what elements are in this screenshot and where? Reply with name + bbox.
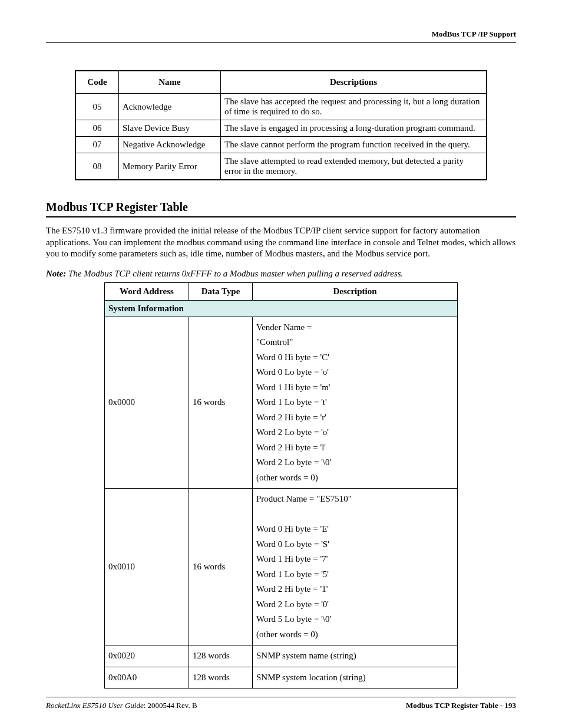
- code-cell: 06: [75, 120, 119, 137]
- col-addr: Word Address: [105, 282, 189, 300]
- desc-cell: The slave cannot perform the program fun…: [221, 137, 487, 153]
- code-cell: 08: [75, 153, 119, 180]
- intro-paragraph: The ES7510 v1.3 firmware provided the in…: [46, 225, 516, 260]
- name-cell: Memory Parity Error: [119, 153, 221, 180]
- desc-lines: Product Name = "ES7510" Word 0 Hi byte =…: [256, 492, 454, 642]
- desc-cell: Product Name = "ES7510" Word 0 Hi byte =…: [253, 489, 458, 645]
- section-label: System Information: [105, 300, 458, 317]
- footer-product: RocketLinx ES7510 User Guide: [46, 701, 144, 710]
- error-code-table: Code Name Descriptions 05 Acknowledge Th…: [75, 70, 487, 180]
- footer-left: RocketLinx ES7510 User Guide: 2000544 Re…: [46, 701, 197, 710]
- type-cell: 128 words: [189, 645, 253, 667]
- desc-lines: Vender Name ="Comtrol"Word 0 Hi byte = '…: [256, 320, 454, 486]
- name-cell: Acknowledge: [119, 94, 221, 120]
- table-row: 0x0000 16 words Vender Name ="Comtrol"Wo…: [105, 317, 458, 489]
- table-row: 08 Memory Parity Error The slave attempt…: [75, 153, 487, 180]
- desc-cell: SNMP system location (string): [253, 667, 458, 689]
- table-row: 0x0020 128 words SNMP system name (strin…: [105, 645, 458, 667]
- section-row: System Information: [105, 300, 458, 317]
- desc-cell: The slave has accepted the request and p…: [221, 94, 487, 120]
- col-desc: Descriptions: [221, 71, 487, 94]
- addr-cell: 0x00A0: [105, 667, 189, 689]
- name-cell: Slave Device Busy: [119, 120, 221, 137]
- desc-cell: SNMP system name (string): [253, 645, 458, 667]
- col-code: Code: [75, 71, 119, 94]
- type-cell: 128 words: [189, 667, 253, 689]
- footer-rev: : 2000544 Rev. B: [144, 701, 197, 710]
- table-row: 06 Slave Device Busy The slave is engage…: [75, 120, 487, 137]
- addr-cell: 0x0010: [105, 489, 189, 645]
- section-title: Modbus TCP Register Table: [46, 200, 516, 214]
- table-row: 0x00A0 128 words SNMP system location (s…: [105, 667, 458, 689]
- running-header: ModBus TCP /IP Support: [46, 29, 516, 39]
- page-footer: RocketLinx ES7510 User Guide: 2000544 Re…: [46, 697, 516, 710]
- note-line: Note: The Modbus TCP client returns 0xFF…: [46, 269, 516, 279]
- header-rule: [46, 42, 516, 43]
- col-name: Name: [119, 71, 221, 94]
- code-cell: 05: [75, 94, 119, 120]
- type-cell: 16 words: [189, 317, 253, 489]
- table-row: 0x0010 16 words Product Name = "ES7510" …: [105, 489, 458, 645]
- register-table: Word Address Data Type Description Syste…: [104, 282, 458, 689]
- desc-cell: The slave attempted to read extended mem…: [221, 153, 487, 180]
- code-cell: 07: [75, 137, 119, 153]
- desc-cell: Vender Name ="Comtrol"Word 0 Hi byte = '…: [253, 317, 458, 489]
- section-rule: [46, 216, 516, 218]
- desc-cell: The slave is engaged in processing a lon…: [221, 120, 487, 137]
- col-desc: Description: [253, 282, 458, 300]
- name-cell: Negative Acknowledge: [119, 137, 221, 153]
- footer-right: Modbus TCP Register Table - 193: [406, 701, 516, 710]
- table-row: 05 Acknowledge The slave has accepted th…: [75, 94, 487, 120]
- note-label: Note:: [46, 269, 66, 278]
- desc-lines: SNMP system location (string): [256, 670, 454, 686]
- desc-lines: SNMP system name (string): [256, 648, 454, 664]
- addr-cell: 0x0020: [105, 645, 189, 667]
- type-cell: 16 words: [189, 489, 253, 645]
- note-text: The Modbus TCP client returns 0xFFFF to …: [66, 269, 403, 278]
- table-row: 07 Negative Acknowledge The slave cannot…: [75, 137, 487, 153]
- addr-cell: 0x0000: [105, 317, 189, 489]
- col-type: Data Type: [189, 282, 253, 300]
